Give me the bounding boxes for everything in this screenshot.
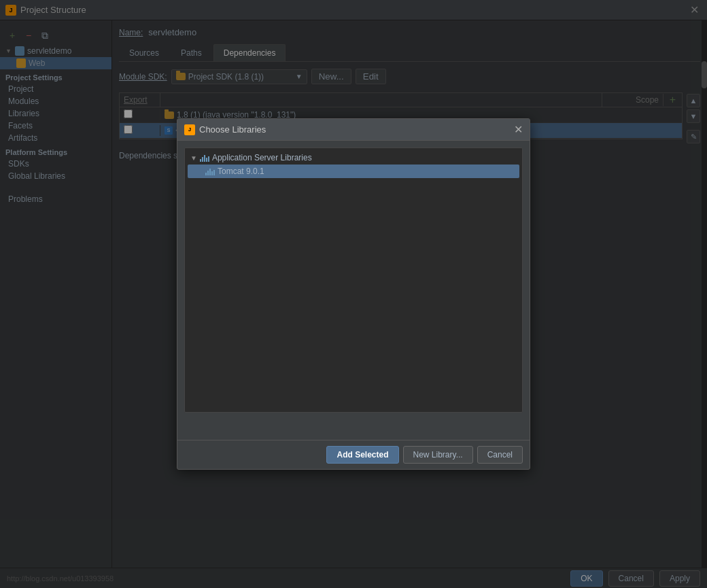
dialog-footer: Add Selected New Library... Cancel — [177, 440, 530, 469]
dialog-overlay: J Choose Libraries ✕ ▼ Application — [0, 0, 707, 588]
appserver-library-icon — [200, 154, 209, 162]
category-label: Application Server Libraries — [212, 153, 312, 162]
lib-category-appserver[interactable]: ▼ Application Server Libraries — [188, 151, 519, 165]
add-selected-btn[interactable]: Add Selected — [326, 446, 398, 464]
dialog-cancel-btn[interactable]: Cancel — [477, 446, 523, 464]
dialog-body: ▼ Application Server Libraries — [177, 141, 530, 440]
lib-item-tomcat[interactable]: Tomcat 9.0.1 — [188, 165, 519, 178]
dialog-close-btn[interactable]: ✕ — [514, 123, 523, 136]
new-library-btn[interactable]: New Library... — [403, 446, 473, 464]
tomcat-library-icon — [205, 167, 215, 175]
library-tree[interactable]: ▼ Application Server Libraries — [184, 148, 523, 413]
choose-libraries-dialog: J Choose Libraries ✕ ▼ Application — [177, 118, 530, 470]
dialog-icon: J — [184, 124, 195, 135]
category-arrow: ▼ — [190, 154, 197, 162]
tomcat-label: Tomcat 9.0.1 — [218, 167, 264, 176]
dialog-titlebar: J Choose Libraries ✕ — [177, 119, 530, 141]
dialog-title: Choose Libraries — [199, 124, 510, 135]
